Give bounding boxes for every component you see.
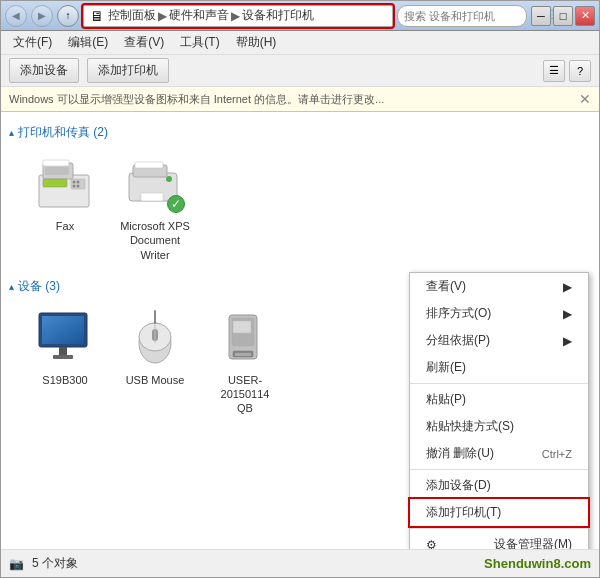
printers-section-header: ▴ 打印机和传真 (2) xyxy=(9,120,591,147)
ctx-sep1 xyxy=(410,383,588,384)
ctx-add-device[interactable]: 添加设备(D) xyxy=(410,472,588,499)
minimize-button[interactable]: ─ xyxy=(531,6,551,26)
menubar: 文件(F) 编辑(E) 查看(V) 工具(T) 帮助(H) xyxy=(1,31,599,55)
titlebar-controls: ─ □ ✕ xyxy=(531,6,595,26)
breadcrumb-1: 控制面板 xyxy=(108,7,156,24)
devices-triangle: ▴ xyxy=(9,281,14,292)
ctx-undo-shortcut: Ctrl+Z xyxy=(542,448,572,460)
svg-rect-17 xyxy=(42,316,84,344)
ctx-add-device-label: 添加设备(D) xyxy=(426,477,491,494)
ctx-device-manager-icon: ⚙ xyxy=(426,538,437,550)
ctx-view-arrow: ▶ xyxy=(563,280,572,294)
mouse-label: USB Mouse xyxy=(126,373,185,387)
help-icon-button[interactable]: ? xyxy=(569,60,591,82)
ctx-sep2 xyxy=(410,469,588,470)
xps-icon: ✓ xyxy=(123,151,187,215)
infobar-close-button[interactable]: ✕ xyxy=(579,91,591,107)
hdd-label: USER-20150114QB xyxy=(205,373,285,416)
ctx-group-label: 分组依据(P) xyxy=(426,332,490,349)
breadcrumb-2: 硬件和声音 xyxy=(169,7,229,24)
ctx-sort-arrow: ▶ xyxy=(563,307,572,321)
ctx-refresh[interactable]: 刷新(E) xyxy=(410,354,588,381)
toolbar-right: ☰ ? xyxy=(543,60,591,82)
ctx-sort-label: 排序方式(O) xyxy=(426,305,491,322)
svg-rect-12 xyxy=(135,162,163,168)
titlebar-nav: ◀ ▶ ↑ 🖥 控制面板 ▶ 硬件和声音 ▶ 设备和打印机 🔍 xyxy=(5,5,527,27)
svg-rect-28 xyxy=(235,353,251,356)
menu-help[interactable]: 帮助(H) xyxy=(228,32,285,53)
ctx-undo[interactable]: 撤消 删除(U) Ctrl+Z xyxy=(410,440,588,467)
svg-rect-9 xyxy=(43,179,67,187)
printers-label: 打印机和传真 (2) xyxy=(18,124,108,141)
ctx-refresh-label: 刷新(E) xyxy=(426,359,466,376)
ctx-paste-label: 粘贴(P) xyxy=(426,391,466,408)
menu-view[interactable]: 查看(V) xyxy=(116,32,172,53)
context-menu: 查看(V) ▶ 排序方式(O) ▶ 分组依据(P) ▶ 刷新(E) 粘贴(P) … xyxy=(409,272,589,549)
close-button[interactable]: ✕ xyxy=(575,6,595,26)
ctx-view-label: 查看(V) xyxy=(426,278,466,295)
ctx-add-printer-label: 添加打印机(T) xyxy=(426,504,501,521)
search-bar[interactable]: 🔍 xyxy=(397,5,527,27)
maximize-button[interactable]: □ xyxy=(553,6,573,26)
up-button[interactable]: ↑ xyxy=(57,5,79,27)
svg-point-14 xyxy=(166,176,172,182)
ctx-group-arrow: ▶ xyxy=(563,334,572,348)
monitor-icon xyxy=(33,305,97,369)
address-bar[interactable]: 🖥 控制面板 ▶ 硬件和声音 ▶ 设备和打印机 xyxy=(83,5,393,27)
main-content: ▴ 打印机和传真 (2) xyxy=(1,112,599,549)
statusbar-count: 5 个对象 xyxy=(32,555,78,572)
mouse-icon xyxy=(123,305,187,369)
ctx-add-printer[interactable]: 添加打印机(T) xyxy=(410,499,588,526)
printers-triangle: ▴ xyxy=(9,127,14,138)
svg-rect-2 xyxy=(45,167,69,175)
fax-icon xyxy=(33,151,97,215)
device-fax[interactable]: Fax xyxy=(25,151,105,262)
ctx-undo-label: 撤消 删除(U) xyxy=(426,445,494,462)
svg-point-5 xyxy=(73,181,76,184)
add-printer-button[interactable]: 添加打印机 xyxy=(87,58,169,83)
xps-label: Microsoft XPSDocumentWriter xyxy=(120,219,190,262)
statusbar-camera-icon: 📷 xyxy=(9,557,24,571)
monitor-label: S19B300 xyxy=(42,373,87,387)
ctx-sort[interactable]: 排序方式(O) ▶ xyxy=(410,300,588,327)
address-icon: 🖥 xyxy=(90,8,104,24)
fax-label: Fax xyxy=(56,219,74,233)
svg-rect-13 xyxy=(141,193,163,201)
menu-tools[interactable]: 工具(T) xyxy=(172,32,227,53)
hdd-icon xyxy=(213,305,277,369)
svg-point-6 xyxy=(77,181,80,184)
device-monitor[interactable]: S19B300 xyxy=(25,305,105,416)
devices-label: 设备 (3) xyxy=(18,278,60,295)
svg-point-7 xyxy=(73,185,76,188)
ctx-paste[interactable]: 粘贴(P) xyxy=(410,386,588,413)
svg-rect-26 xyxy=(233,321,251,333)
statusbar: 📷 5 个对象 Shenduwin8.com xyxy=(1,549,599,577)
search-input[interactable] xyxy=(404,10,542,22)
device-hdd[interactable]: USER-20150114QB xyxy=(205,305,285,416)
ctx-view[interactable]: 查看(V) ▶ xyxy=(410,273,588,300)
toolbar: 添加设备 添加打印机 ☰ ? xyxy=(1,55,599,87)
infobar-text: Windows 可以显示增强型设备图标和来自 Internet 的信息。请单击进… xyxy=(9,92,384,107)
back-button[interactable]: ◀ xyxy=(5,5,27,27)
infobar: Windows 可以显示增强型设备图标和来自 Internet 的信息。请单击进… xyxy=(1,87,599,112)
ctx-sep3 xyxy=(410,528,588,529)
ctx-device-manager-label: 设备管理器(M) xyxy=(494,536,572,549)
ctx-paste-shortcut-label: 粘贴快捷方式(S) xyxy=(426,418,514,435)
menu-file[interactable]: 文件(F) xyxy=(5,32,60,53)
menu-edit[interactable]: 编辑(E) xyxy=(60,32,116,53)
titlebar: ◀ ▶ ↑ 🖥 控制面板 ▶ 硬件和声音 ▶ 设备和打印机 🔍 ─ □ ✕ xyxy=(1,1,599,31)
address-text: 控制面板 ▶ 硬件和声音 ▶ 设备和打印机 xyxy=(108,7,314,24)
main-window: ◀ ▶ ↑ 🖥 控制面板 ▶ 硬件和声音 ▶ 设备和打印机 🔍 ─ □ ✕ xyxy=(0,0,600,578)
forward-button[interactable]: ▶ xyxy=(31,5,53,27)
ctx-group[interactable]: 分组依据(P) ▶ xyxy=(410,327,588,354)
svg-rect-3 xyxy=(43,160,69,166)
ctx-device-manager[interactable]: ⚙ 设备管理器(M) xyxy=(410,531,588,549)
view-toggle-button[interactable]: ☰ xyxy=(543,60,565,82)
device-xps[interactable]: ✓ Microsoft XPSDocumentWriter xyxy=(115,151,195,262)
svg-rect-18 xyxy=(59,347,67,355)
printers-grid: Fax ✓ xyxy=(9,147,591,274)
device-mouse[interactable]: USB Mouse xyxy=(115,305,195,416)
ctx-paste-shortcut[interactable]: 粘贴快捷方式(S) xyxy=(410,413,588,440)
add-device-button[interactable]: 添加设备 xyxy=(9,58,79,83)
statusbar-watermark: Shenduwin8.com xyxy=(484,556,591,571)
